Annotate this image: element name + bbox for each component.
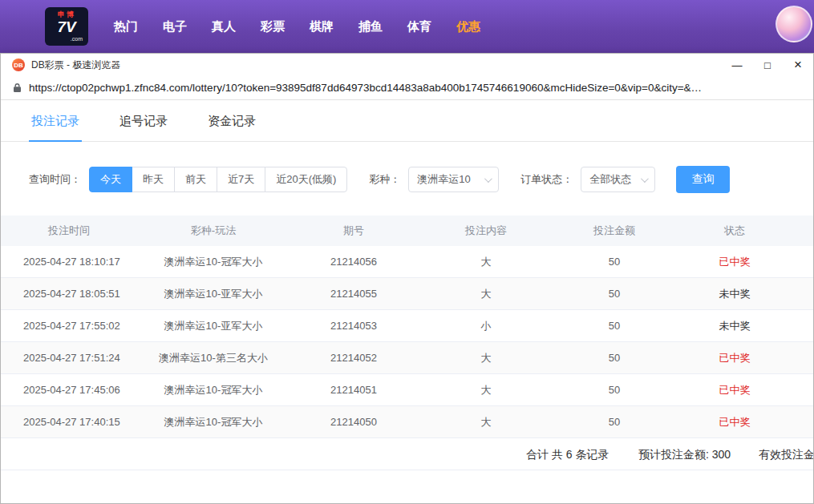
amount-cell: 50: [554, 256, 674, 268]
site-header: 申博 7V .com 热门电子真人彩票棋牌捕鱼体育优惠: [0, 0, 814, 53]
order-status-select-value: 全部状态: [589, 172, 631, 187]
page-content: 投注记录追号记录资金记录 查询时间： 今天昨天前天近7天近20天(低频) 彩种：…: [1, 100, 813, 470]
window-controls: — □ ×: [722, 54, 813, 76]
table-row: 2025-04-27 18:10:17澳洲幸运10-冠军大小21214056大5…: [1, 246, 813, 278]
table-row: 2025-04-27 17:45:06澳洲幸运10-冠军大小21214051大5…: [1, 374, 813, 406]
content-cell: 大: [418, 351, 554, 365]
status-cell: 未中奖: [674, 319, 795, 333]
nav-item-4[interactable]: 彩票: [261, 19, 285, 34]
site-logo[interactable]: 申博 7V .com: [45, 7, 88, 46]
issue-cell: 21214052: [290, 352, 418, 364]
table-row: 2025-04-27 17:40:15澳洲幸运10-冠军大小21214050大5…: [1, 406, 813, 438]
table-header-row: 投注时间彩种-玩法期号投注内容投注金额状态: [1, 216, 813, 246]
time-option-5[interactable]: 近20天(低频): [265, 167, 347, 192]
record-tabs: 投注记录追号记录资金记录: [1, 100, 813, 142]
time-option-3[interactable]: 前天: [174, 167, 217, 192]
site-logo-text-suffix: .com: [71, 36, 83, 42]
time-filter-label: 查询时间：: [29, 172, 81, 187]
tab-1[interactable]: 投注记录: [29, 114, 82, 141]
bet-time-cell: 2025-04-27 17:51:24: [1, 352, 137, 364]
table-body: 2025-04-27 18:10:17澳洲幸运10-冠军大小21214056大5…: [1, 246, 813, 438]
column-header-1: 投注时间: [1, 224, 137, 238]
play-cell: 澳洲幸运10-亚军大小: [137, 319, 290, 333]
search-button[interactable]: 查询: [676, 166, 730, 193]
order-status-select[interactable]: 全部状态: [581, 167, 655, 192]
lock-icon: [13, 83, 22, 93]
play-cell: 澳洲幸运10-亚军大小: [137, 287, 290, 301]
browser-window: DB DB彩票 - 极速浏览器 — □ × https://ctop02pchw…: [0, 53, 814, 504]
nav-item-6[interactable]: 捕鱼: [358, 19, 383, 34]
status-cell: 未中奖: [674, 287, 795, 301]
nav-item-1[interactable]: 热门: [114, 19, 138, 34]
content-cell: 大: [418, 415, 554, 429]
tab-3[interactable]: 资金记录: [205, 114, 258, 141]
issue-cell: 21214051: [290, 384, 418, 396]
browser-tab-icon: DB: [12, 58, 25, 71]
time-filter-group: 今天昨天前天近7天近20天(低频): [89, 167, 347, 192]
summary-expected-amount: 预计投注金额: 300: [638, 438, 731, 470]
column-header-4: 投注内容: [418, 224, 554, 238]
user-avatar[interactable]: [776, 6, 812, 42]
table-row: 2025-04-27 17:51:24澳洲幸运10-第三名大小21214052大…: [1, 342, 813, 374]
browser-title-bar: DB DB彩票 - 极速浏览器 — □ ×: [1, 54, 813, 76]
bet-time-cell: 2025-04-27 18:05:51: [1, 288, 137, 300]
column-header-2: 彩种-玩法: [137, 224, 290, 238]
time-option-1[interactable]: 今天: [89, 167, 132, 192]
amount-cell: 50: [554, 416, 674, 428]
play-cell: 澳洲幸运10-第三名大小: [137, 351, 290, 365]
url-bar[interactable]: https://ctop02pchwp1.zfnc84.com/lottery/…: [1, 76, 813, 100]
time-option-4[interactable]: 近7天: [217, 167, 265, 192]
issue-cell: 21214055: [290, 288, 418, 300]
screen: 申博 7V .com 热门电子真人彩票棋牌捕鱼体育优惠 DB DB彩票 - 极速…: [0, 0, 814, 504]
order-status-label: 订单状态：: [520, 172, 573, 187]
amount-cell: 50: [554, 320, 674, 332]
bet-time-cell: 2025-04-27 17:55:02: [1, 320, 137, 332]
filter-bar: 查询时间： 今天昨天前天近7天近20天(低频) 彩种： 澳洲幸运10 订单状态：…: [29, 166, 813, 193]
chevron-down-icon: [484, 175, 492, 183]
status-cell: 已中奖: [674, 415, 795, 429]
summary-valid-amount: 有效投注金: [759, 438, 813, 470]
maximize-icon[interactable]: □: [752, 54, 783, 76]
amount-cell: 50: [554, 384, 674, 396]
lottery-select[interactable]: 澳洲幸运10: [408, 167, 499, 192]
browser-window-title: DB彩票 - 极速浏览器: [31, 58, 120, 72]
nav-item-5[interactable]: 棋牌: [310, 19, 334, 34]
content-cell: 大: [418, 287, 554, 301]
play-cell: 澳洲幸运10-冠军大小: [137, 255, 290, 269]
column-header-3: 期号: [290, 224, 418, 238]
time-option-2[interactable]: 昨天: [132, 167, 175, 192]
bet-records-table: 投注时间彩种-玩法期号投注内容投注金额状态 2025-04-27 18:10:1…: [1, 216, 813, 470]
nav-item-7[interactable]: 体育: [407, 19, 431, 34]
play-cell: 澳洲幸运10-冠军大小: [137, 415, 290, 429]
issue-cell: 21214056: [290, 256, 418, 268]
amount-cell: 50: [554, 352, 674, 364]
column-header-5: 投注金额: [554, 224, 674, 238]
status-cell: 已中奖: [674, 351, 795, 365]
column-header-6: 状态: [674, 224, 795, 238]
chevron-down-icon: [641, 175, 649, 183]
play-cell: 澳洲幸运10-冠军大小: [137, 383, 290, 397]
nav-item-8[interactable]: 优惠: [456, 19, 480, 34]
minimize-icon[interactable]: —: [722, 54, 752, 76]
url-text: https://ctop02pchwp1.zfnc84.com/lottery/…: [29, 82, 702, 94]
amount-cell: 50: [554, 288, 674, 300]
table-summary-row: 合计 共 6 条记录 预计投注金额: 300 有效投注金: [1, 438, 813, 470]
nav-item-3[interactable]: 真人: [212, 19, 236, 34]
bet-time-cell: 2025-04-27 17:45:06: [1, 384, 137, 396]
content-cell: 小: [418, 319, 554, 333]
summary-total-records: 合计 共 6 条记录: [526, 438, 609, 470]
tab-2[interactable]: 追号记录: [117, 114, 170, 141]
content-cell: 大: [418, 255, 554, 269]
site-logo-text-main: 7V: [57, 19, 75, 36]
table-row: 2025-04-27 17:55:02澳洲幸运10-亚军大小21214053小5…: [1, 310, 813, 342]
status-cell: 已中奖: [674, 383, 795, 397]
close-icon[interactable]: ×: [783, 54, 813, 76]
nav-item-2[interactable]: 电子: [163, 19, 187, 34]
bet-time-cell: 2025-04-27 18:10:17: [1, 256, 137, 268]
bet-time-cell: 2025-04-27 17:40:15: [1, 416, 137, 428]
table-row: 2025-04-27 18:05:51澳洲幸运10-亚军大小21214055大5…: [1, 278, 813, 310]
status-cell: 已中奖: [674, 255, 795, 269]
lottery-filter-label: 彩种：: [369, 172, 400, 187]
content-cell: 大: [418, 383, 554, 397]
issue-cell: 21214050: [290, 416, 418, 428]
